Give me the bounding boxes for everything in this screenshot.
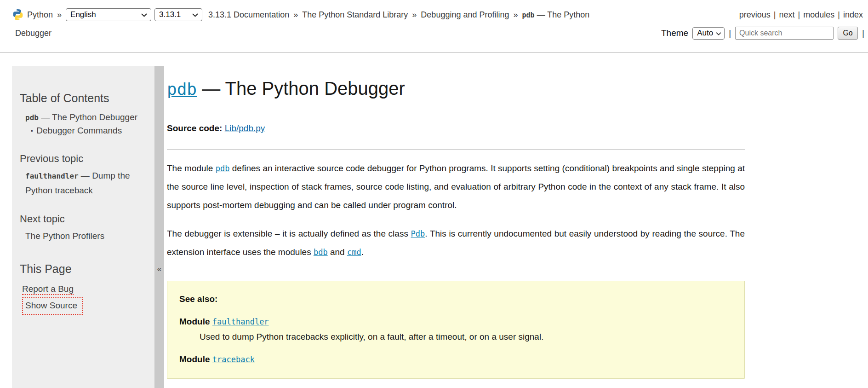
chevron-down-icon — [716, 29, 721, 38]
theme-label: Theme — [661, 28, 688, 38]
chevron-down-icon — [141, 10, 147, 19]
traceback-link[interactable]: traceback — [212, 355, 255, 364]
pdb-module-link[interactable]: pdb — [216, 164, 230, 173]
source-code-label: Source code: — [167, 123, 222, 133]
python-logo-icon[interactable] — [12, 9, 24, 21]
next-link[interactable]: next — [779, 10, 795, 19]
toc-link-pdb[interactable]: pdb — The Python Debugger — [25, 112, 137, 122]
toc-item-pdb: pdb — The Python Debugger ▪Debugger Comm… — [25, 111, 147, 137]
bdb-module-link[interactable]: bdb — [314, 248, 328, 257]
page-title-rest: — The Python Debugger — [197, 78, 405, 98]
version-select[interactable]: 3.13.1 — [154, 8, 202, 21]
divider — [167, 149, 745, 150]
faulthandler-link[interactable]: faulthandler — [212, 317, 269, 326]
this-page-heading: This Page — [20, 262, 147, 276]
nav-pipe: | — [834, 10, 843, 19]
nav-pipe: | — [771, 10, 779, 19]
source-code-link[interactable]: Lib/pdb.py — [225, 123, 265, 133]
search-input[interactable] — [735, 27, 834, 40]
collapse-chevrons-icon: « — [154, 265, 164, 274]
toc-sublist: ▪Debugger Commands — [25, 124, 147, 137]
page-title: pdb — The Python Debugger — [167, 77, 745, 100]
header-toolbar: Theme Auto | Go | — [661, 27, 864, 40]
breadcrumb-separator: » — [56, 10, 63, 20]
sidebar: Table of Contents pdb — The Python Debug… — [12, 66, 154, 388]
breadcrumb-item-documentation[interactable]: 3.13.1 Documentation — [208, 10, 289, 20]
see-also-entry-faulthandler: Module faulthandler — [179, 317, 732, 327]
toolbar-pipe: | — [862, 28, 864, 38]
theme-select-value: Auto — [697, 29, 713, 38]
breadcrumb: Python » English 3.13.1 3.13.1 Documenta… — [12, 6, 589, 23]
intro-paragraph: The module pdb defines an interactive so… — [167, 159, 745, 214]
show-source-link[interactable]: Show Source — [22, 297, 83, 315]
language-select-value: English — [70, 10, 96, 19]
module-word: Module — [179, 354, 210, 364]
index-link[interactable]: index — [843, 10, 863, 19]
breadcrumb-separator: » — [292, 10, 299, 20]
nav-pipe: | — [795, 10, 804, 19]
previous-topic-link-wrap: faulthandler — Dump the Python traceback — [20, 168, 147, 197]
report-a-bug-link[interactable]: Report a Bug — [22, 284, 74, 295]
see-also-entry-traceback: Module traceback — [179, 354, 732, 365]
previous-topic-link[interactable]: faulthandler — Dump the Python traceback — [25, 171, 130, 195]
toc-list: pdb — The Python Debugger ▪Debugger Comm… — [20, 111, 147, 137]
related-bar: Python » English 3.13.1 3.13.1 Documenta… — [0, 0, 868, 53]
document-body: pdb — The Python Debugger Source code: L… — [167, 66, 745, 379]
breadcrumb-current-rest: — The Python — [537, 10, 590, 19]
previous-link[interactable]: previous — [739, 10, 771, 19]
this-page-list: Report a Bug Show Source — [20, 282, 147, 315]
relbar-nav: previous|next|modules|index — [739, 10, 863, 20]
next-topic-heading: Next topic — [20, 213, 147, 225]
list-item: Show Source — [22, 296, 147, 315]
list-item: Report a Bug — [22, 282, 147, 296]
see-also-desc-faulthandler: Used to dump Python tracebacks explicitl… — [200, 332, 732, 342]
see-also-label: See also: — [179, 294, 732, 304]
toc-item-debugger-commands: ▪Debugger Commands — [31, 124, 147, 137]
breadcrumb-separator: » — [411, 10, 417, 20]
see-also-box: See also: Module faulthandler Used to du… — [167, 281, 745, 379]
breadcrumb-current-page: pdb — The Python — [522, 10, 590, 20]
pdb-class-link[interactable]: Pdb — [411, 229, 425, 238]
breadcrumb-item-debugging-profiling[interactable]: Debugging and Profiling — [421, 10, 509, 20]
breadcrumb-separator: » — [513, 10, 519, 20]
next-topic-link-wrap: The Python Profilers — [20, 229, 147, 243]
breadcrumb-current-code: pdb — [522, 11, 535, 19]
version-select-value: 3.13.1 — [159, 10, 181, 19]
search-go-button[interactable]: Go — [838, 27, 858, 40]
cmd-module-link[interactable]: cmd — [347, 248, 361, 257]
theme-select[interactable]: Auto — [692, 27, 725, 40]
chevron-down-icon — [192, 10, 198, 19]
module-word: Module — [179, 317, 210, 326]
breadcrumb-current-wrap: Debugger — [15, 29, 51, 38]
previous-topic-heading: Previous topic — [20, 153, 147, 165]
page-title-pdb-link[interactable]: pdb — [167, 80, 197, 98]
toc-heading: Table of Contents — [20, 92, 147, 105]
see-also-list: Module faulthandler Used to dump Python … — [179, 317, 732, 365]
toc-link-debugger-commands[interactable]: Debugger Commands — [36, 126, 122, 135]
next-topic-link[interactable]: The Python Profilers — [25, 231, 104, 241]
breadcrumb-item-standard-library[interactable]: The Python Standard Library — [302, 10, 408, 20]
square-bullet-icon: ▪ — [31, 127, 33, 134]
breadcrumb-site-link[interactable]: Python — [27, 10, 53, 20]
language-select[interactable]: English — [66, 8, 151, 21]
toolbar-pipe: | — [729, 28, 731, 38]
extensible-paragraph: The debugger is extensible – it is actua… — [167, 225, 745, 261]
sidebar-collapse-button[interactable]: « — [154, 66, 164, 388]
modules-link[interactable]: modules — [803, 10, 834, 19]
source-code-line: Source code: Lib/pdb.py — [167, 123, 745, 133]
